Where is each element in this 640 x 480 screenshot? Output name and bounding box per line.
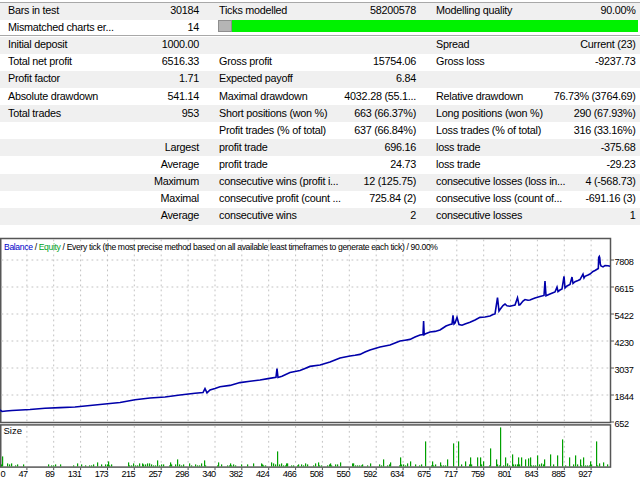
svg-text:1844: 1844	[615, 392, 634, 402]
svg-text:759: 759	[471, 469, 485, 479]
svg-text:3037: 3037	[615, 365, 634, 375]
svg-text:592: 592	[363, 469, 377, 479]
svg-text:634: 634	[390, 469, 404, 479]
svg-text:89: 89	[45, 469, 54, 479]
svg-text:298: 298	[175, 469, 189, 479]
svg-text:215: 215	[122, 469, 136, 479]
svg-text:5422: 5422	[615, 311, 634, 321]
svg-text:885: 885	[552, 469, 566, 479]
svg-text:717: 717	[444, 469, 458, 479]
svg-text:7808: 7808	[615, 257, 634, 267]
svg-text:340: 340	[202, 469, 216, 479]
svg-text:0: 0	[1, 469, 6, 479]
svg-text:4230: 4230	[615, 338, 634, 348]
svg-text:257: 257	[148, 469, 162, 479]
svg-text:550: 550	[337, 469, 351, 479]
svg-text:508: 508	[310, 469, 324, 479]
svg-text:843: 843	[525, 469, 539, 479]
svg-text:675: 675	[417, 469, 431, 479]
svg-text:466: 466	[283, 469, 297, 479]
svg-text:Size: Size	[4, 425, 22, 436]
svg-text:652: 652	[615, 419, 629, 429]
svg-text:47: 47	[19, 469, 28, 479]
svg-text:801: 801	[498, 469, 512, 479]
svg-text:424: 424	[256, 469, 270, 479]
svg-text:Balance / Equity / Every tick: Balance / Equity / Every tick (the most …	[4, 242, 438, 252]
svg-text:927: 927	[578, 469, 592, 479]
svg-text:173: 173	[95, 469, 109, 479]
svg-text:131: 131	[68, 469, 82, 479]
svg-text:382: 382	[229, 469, 243, 479]
svg-text:6615: 6615	[615, 284, 634, 294]
